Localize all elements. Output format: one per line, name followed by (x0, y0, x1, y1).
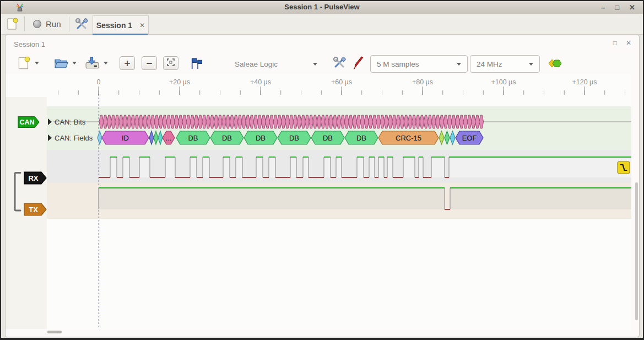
vertical-scrollbar-thumb[interactable] (635, 182, 638, 320)
configure-device-button[interactable] (332, 56, 347, 72)
window-frame-left (0, 0, 1, 340)
zoom-fit-button[interactable] (163, 56, 178, 70)
titlebar: Session 1 - PulseView – □ ✕ (1, 1, 643, 14)
toolbar-separator (69, 17, 69, 31)
open-dropdown-arrow[interactable] (72, 62, 77, 64)
subwindow-close-button[interactable]: ✕ (626, 39, 631, 47)
open-file-button[interactable] (54, 56, 69, 72)
add-decoder-button[interactable] (548, 58, 563, 71)
zoom-fit-icon (166, 58, 175, 69)
window-frame-top (0, 0, 644, 1)
flags-icon (189, 64, 203, 72)
active-tab-underline (93, 34, 148, 35)
close-button[interactable]: ✕ (629, 2, 635, 13)
settings-button[interactable] (74, 17, 89, 33)
open-folder-icon (54, 63, 69, 72)
tab-session-1[interactable]: Session 1 ✕ (93, 15, 149, 35)
subwindow-controls: □ ✕ (613, 39, 631, 47)
subwindow-restore-button[interactable]: □ (613, 39, 617, 47)
pulseview-window: Session 1 - PulseView – □ ✕ Run (0, 0, 644, 340)
main-toolbar: Run Session 1 ✕ (1, 14, 643, 35)
new-session-button[interactable] (6, 17, 19, 33)
device-dropdown-arrow (313, 63, 317, 66)
session-subwindow: Session 1 □ ✕ (5, 35, 640, 337)
sample-count-value: 5 M samples (377, 60, 419, 68)
save-file-button[interactable] (85, 56, 100, 72)
window-title: Session 1 - PulseView (1, 3, 643, 11)
new-view-dropdown-arrow[interactable] (35, 62, 39, 64)
save-icon (85, 63, 100, 72)
show-cursors-button[interactable] (189, 57, 203, 72)
channels-button[interactable] (352, 56, 365, 72)
device-select[interactable]: Saleae Logic (235, 55, 317, 73)
sample-count-dropdown-arrow (457, 63, 461, 66)
run-label: Run (46, 19, 61, 29)
wrench-screwdriver-icon (332, 63, 347, 72)
zoom-out-button[interactable]: − (142, 56, 157, 70)
zoom-in-button[interactable]: + (120, 56, 135, 70)
horizontal-scrollbar-thumb[interactable] (47, 331, 62, 333)
device-name: Saleae Logic (235, 60, 306, 68)
sample-count-select[interactable]: 5 M samples (370, 55, 468, 73)
maximize-button[interactable]: □ (615, 2, 619, 13)
probe-icon (352, 63, 365, 72)
new-view-button[interactable] (17, 55, 31, 72)
sample-rate-select[interactable]: 24 MHz (470, 55, 540, 73)
sample-rate-value: 24 MHz (477, 60, 502, 68)
tab-label: Session 1 (96, 21, 132, 30)
subwindow-title: Session 1 (14, 40, 45, 48)
new-file-icon (17, 64, 31, 72)
window-controls: – □ ✕ (601, 2, 635, 13)
toolbar-separator (24, 17, 25, 31)
wrench-screwdriver-icon (74, 25, 89, 33)
sample-rate-dropdown-arrow (529, 63, 533, 66)
run-button[interactable]: Run (30, 16, 64, 32)
new-session-icon (6, 24, 19, 33)
run-state-icon (33, 20, 41, 28)
window-frame-bottom (0, 338, 644, 340)
decoder-icon (548, 62, 563, 71)
save-dropdown-arrow[interactable] (104, 62, 108, 64)
minimize-button[interactable]: – (601, 2, 605, 13)
session-toolbar: + − (6, 52, 639, 76)
tab-close-icon[interactable]: ✕ (139, 21, 145, 29)
